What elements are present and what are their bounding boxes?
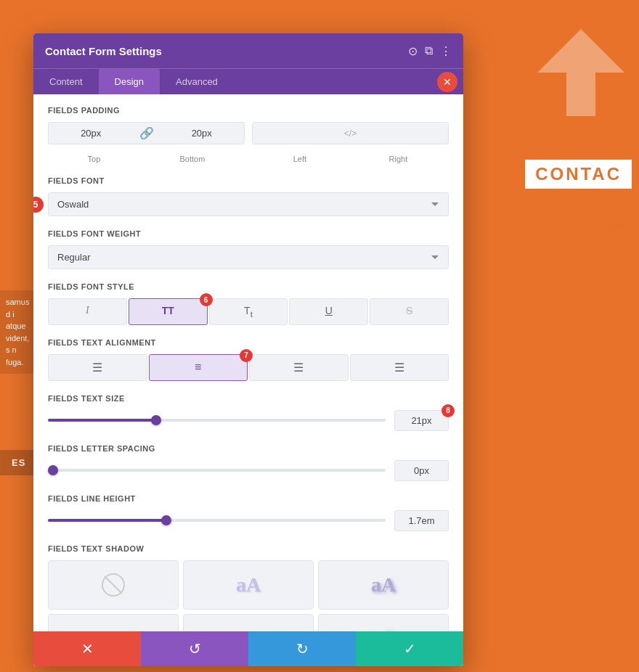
fields-letter-spacing-section: Fields Letter Spacing (48, 444, 449, 481)
modal-body: Fields Padding 🔗 (33, 94, 463, 631)
step-8-badge: 8 (441, 404, 455, 417)
tab-content[interactable]: Content (33, 69, 99, 94)
letter-spacing-slider[interactable] (48, 469, 386, 472)
tab-advanced[interactable]: Advanced (160, 69, 234, 94)
save-button[interactable]: ✓ (356, 631, 463, 666)
align-justify-btn[interactable]: ☰ (350, 354, 449, 381)
padding-labels-row: Top Bottom Left Right (48, 149, 449, 163)
fields-padding-label: Fields Padding (48, 106, 449, 115)
underline-btn[interactable]: U (289, 298, 368, 325)
top-label: Top (88, 155, 101, 163)
close-button[interactable]: ✕ (437, 72, 457, 92)
more-icon[interactable]: ⋮ (440, 44, 452, 58)
shadow-none[interactable] (48, 560, 179, 610)
step-7-badge: 7 (240, 349, 253, 362)
padding-inputs-row: 🔗 </> (48, 122, 449, 144)
tab-design[interactable]: Design (99, 69, 160, 94)
contact-heading: CONTAC (525, 160, 632, 189)
align-right-btn[interactable]: ☰ (249, 354, 349, 381)
fields-text-shadow-label: Fields Text Shadow (48, 544, 449, 553)
header-icons: ⊙ ⧉ ⋮ (408, 44, 452, 58)
redo-button[interactable]: ↻ (248, 631, 356, 666)
line-height-slider[interactable] (48, 519, 386, 522)
line-height-input[interactable] (394, 510, 449, 531)
fields-letter-spacing-label: Fields Letter Spacing (48, 444, 449, 453)
bottom-label: Bottom (180, 155, 205, 163)
fields-text-shadow-section: Fields Text Shadow aA aA (48, 544, 449, 631)
settings-modal: Contact Form Settings ⊙ ⧉ ⋮ Content Desi… (33, 33, 463, 666)
contact-field-email: EMAIL AD (501, 259, 632, 276)
layout-icon[interactable]: ⧉ (425, 44, 433, 57)
shadow-option-4[interactable]: aA (183, 614, 314, 631)
font-select[interactable]: Oswald Arial Georgia Roboto (48, 192, 449, 216)
line-height-slider-row (48, 510, 449, 531)
text-size-slider-row: 8 (48, 410, 449, 431)
left-label: Left (293, 155, 306, 163)
reset-button[interactable]: ↺ (141, 631, 248, 666)
fields-line-height-label: Fields Line Height (48, 494, 449, 503)
svg-line-2 (105, 576, 122, 594)
shadow-option-3[interactable]: aA (48, 614, 179, 631)
left-button[interactable]: ES (0, 450, 37, 475)
fields-text-alignment-label: Fields Text Alignment (48, 338, 449, 347)
letter-spacing-slider-row (48, 460, 449, 481)
cancel-button[interactable]: ✕ (33, 631, 141, 666)
contact-preview: CONTAC NAM EMAIL AD MESSA (450, 0, 639, 672)
fields-font-weight-section: Fields Font Weight Regular Bold Light Me… (48, 229, 449, 269)
shadow-option-2[interactable]: aA (318, 560, 449, 610)
alignment-buttons: ☰ ≡ 7 ☰ ☰ (48, 354, 449, 381)
arrow-decoration (537, 29, 624, 116)
fields-text-size-label: Fields Text Size (48, 394, 449, 403)
font-style-buttons: I TT 6 Tt U S (48, 298, 449, 325)
letter-spacing-input[interactable] (394, 460, 449, 481)
font-weight-select[interactable]: Regular Bold Light Medium (48, 245, 449, 269)
shadow-option-5[interactable]: aA (318, 614, 449, 631)
modal-header: Contact Form Settings ⊙ ⧉ ⋮ (33, 33, 463, 68)
fields-padding-section: Fields Padding 🔗 (48, 106, 449, 163)
step-5-badge: 5 (33, 197, 44, 213)
right-label: Right (389, 155, 408, 163)
tab-bar: Content Design Advanced ✕ (33, 68, 463, 94)
padding-top-input[interactable] (49, 123, 134, 144)
fields-font-style-label: Fields Font Style (48, 282, 449, 291)
shadow-options-grid: aA aA aA aA aA (48, 560, 449, 631)
link-icon: 🔗 (134, 126, 160, 140)
padding-right-input[interactable] (362, 123, 448, 144)
align-left-btn[interactable]: ☰ (48, 354, 147, 381)
shadow-option-1[interactable]: aA (183, 560, 314, 610)
contact-field-name: NAM (501, 221, 632, 237)
align-center-btn[interactable]: ≡ 7 (149, 354, 248, 381)
modal-title: Contact Form Settings (45, 45, 162, 57)
italic-btn[interactable]: I (48, 298, 127, 325)
strikethrough-btn[interactable]: S (370, 298, 449, 325)
fields-font-style-section: Fields Font Style I TT 6 Tt U S (48, 282, 449, 325)
fields-text-alignment-section: Fields Text Alignment ☰ ≡ 7 ☰ ☰ (48, 338, 449, 381)
link-icon-right: </> (338, 128, 362, 139)
no-shadow-icon (100, 572, 126, 598)
fields-text-size-section: Fields Text Size 8 (48, 394, 449, 431)
left-paragraph: samus d i atque vident, s n fuga. (6, 298, 29, 366)
fields-line-height-section: Fields Line Height (48, 494, 449, 531)
mixed-case-btn[interactable]: Tt (209, 298, 288, 325)
contact-field-message: MESSA (501, 298, 632, 314)
text-size-slider[interactable] (48, 419, 386, 422)
fields-font-weight-label: Fields Font Weight (48, 229, 449, 238)
text-size-input[interactable] (394, 410, 449, 431)
bold-btn[interactable]: TT 6 (129, 298, 208, 325)
padding-bottom-input[interactable] (160, 123, 245, 144)
fields-font-label: Fields Font (48, 176, 449, 185)
target-icon[interactable]: ⊙ (408, 44, 418, 58)
svg-marker-0 (537, 29, 624, 116)
step-6-badge: 6 (200, 293, 213, 306)
modal-footer: ✕ ↺ ↻ ✓ (33, 631, 463, 666)
fields-font-section: Fields Font 5 Oswald Arial Georgia Robot… (48, 176, 449, 216)
padding-left-input[interactable] (253, 123, 338, 144)
